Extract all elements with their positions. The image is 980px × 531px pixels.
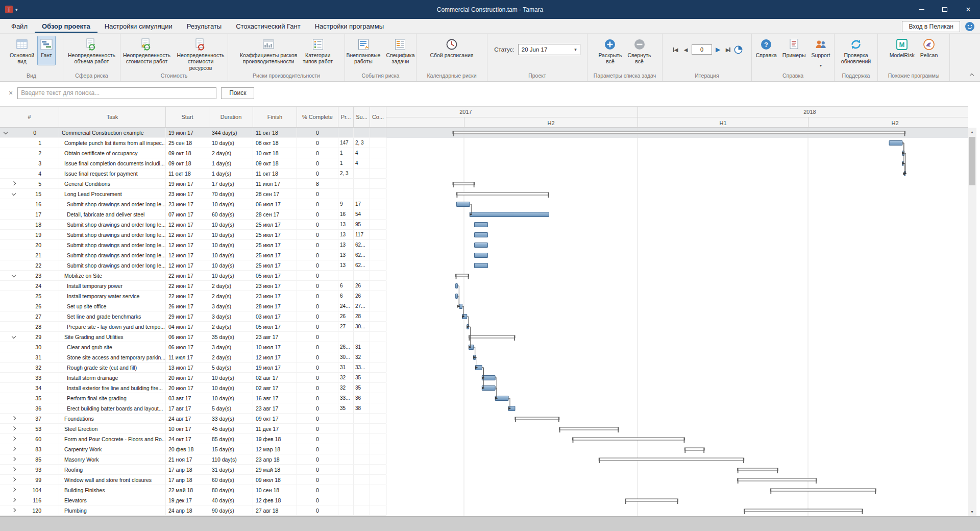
ribbon-item-modelrisk[interactable]: MModelRisk: [887, 36, 917, 65]
ribbon-item-work-categories[interactable]: Категории типов работ: [300, 36, 335, 66]
gantt-summary-bar[interactable]: [515, 417, 559, 422]
gantt-task-bar[interactable]: [475, 263, 488, 268]
table-row-2[interactable]: 2Obtain certificate of occupancy09 окт 1…: [0, 148, 386, 158]
table-row-23[interactable]: 23Mobilize on Site22 июн 1710 day(s)05 и…: [0, 271, 386, 281]
table-row-120[interactable]: 120Plumbing24 апр 1890 day(s)27 авг 180: [0, 505, 386, 516]
chevron-right-icon[interactable]: [12, 467, 16, 471]
gantt-summary-bar[interactable]: [770, 489, 876, 494]
gantt-summary-bar[interactable]: [744, 509, 863, 514]
close-button[interactable]: ×: [957, 0, 980, 19]
table-row-18[interactable]: 18Submit shop drawings and order long le…: [0, 220, 386, 230]
gantt-summary-bar[interactable]: [684, 448, 704, 453]
chevron-down-icon[interactable]: [12, 191, 16, 196]
gantt-task-bar[interactable]: [469, 345, 473, 350]
ribbon-item-expand-all[interactable]: Раскрыть всё: [596, 36, 624, 66]
gantt-summary-bar[interactable]: [469, 335, 514, 341]
table-row-21[interactable]: 21Submit shop drawings and order long le…: [0, 250, 386, 260]
gantt-task-bar[interactable]: [475, 253, 488, 258]
menu-tab-2[interactable]: Настройки симуляции: [97, 19, 180, 33]
table-row-29[interactable]: 29Site Grading and Utilities06 июл 1735 …: [0, 332, 386, 342]
status-date-select[interactable]: 20 Jun 17▾: [518, 44, 580, 55]
column-header-num[interactable]: #: [0, 107, 59, 127]
iteration-input[interactable]: [692, 44, 712, 55]
ribbon-item-resource-cost[interactable]: Неопределенность стоимости ресурсов: [174, 36, 228, 72]
iteration-last-button[interactable]: ▶: [724, 45, 732, 55]
table-row-31[interactable]: 31Stone site access and temporary parkin…: [0, 352, 386, 363]
gantt-task-bar[interactable]: [456, 294, 458, 299]
ribbon-item-collapse-all[interactable]: Свернуть всё: [625, 36, 653, 66]
vertical-scrollbar[interactable]: ▲ ▼: [968, 128, 976, 516]
menu-tab-3[interactable]: Результаты: [180, 19, 229, 33]
pelican-login-button[interactable]: Вход в Пеликан: [902, 21, 960, 32]
table-row-3[interactable]: 3Issue final completion documents includ…: [0, 158, 386, 168]
app-menu[interactable]: T ▾: [0, 6, 18, 13]
ribbon-item-help[interactable]: ?Справка: [753, 36, 779, 65]
gantt-task-bar[interactable]: [456, 202, 470, 207]
scrollbar-thumb[interactable]: [969, 137, 975, 185]
chevron-right-icon[interactable]: [12, 488, 16, 492]
gantt-summary-bar[interactable]: [625, 499, 678, 504]
gantt-task-bar[interactable]: [459, 304, 462, 309]
ribbon-collapse-button[interactable]: [968, 71, 976, 78]
iteration-first-button[interactable]: ◀: [671, 45, 680, 55]
chevron-right-icon[interactable]: [12, 416, 16, 420]
gantt-task-bar[interactable]: [475, 233, 488, 237]
table-row-99[interactable]: 99Window wall and store front closures17…: [0, 475, 386, 485]
chevron-down-icon[interactable]: [4, 130, 8, 134]
gantt-task-bar[interactable]: [508, 406, 515, 411]
chevron-right-icon[interactable]: [12, 426, 16, 430]
scroll-up-icon[interactable]: ▲: [968, 128, 976, 136]
iteration-progress-icon[interactable]: [734, 45, 743, 55]
gantt-summary-bar[interactable]: [599, 458, 744, 463]
gantt-task-bar[interactable]: [462, 315, 467, 319]
ribbon-item-main-view[interactable]: Основной вид: [7, 36, 37, 66]
ribbon-item-cost-uncertainty[interactable]: Неопределенность стоимости работ: [120, 36, 173, 66]
table-row-104[interactable]: 104Building Finishes22 май 1880 day(s)10…: [0, 485, 386, 495]
gantt-task-bar[interactable]: [470, 212, 549, 217]
ribbon-item-scope-uncertainty[interactable]: Неопределенность объема работ: [65, 36, 118, 66]
chevron-right-icon[interactable]: [12, 477, 16, 481]
table-row-22[interactable]: 22Submit shop drawings and order long le…: [0, 260, 386, 271]
table-row-83[interactable]: 83Carpentry Work20 фев 1815 day(s)12 мар…: [0, 444, 386, 454]
table-row-4[interactable]: 4Issue final request for payment11 окт 1…: [0, 168, 386, 179]
table-row-1[interactable]: 1Complete punch list items from all insp…: [0, 138, 386, 148]
gantt-task-bar[interactable]: [475, 366, 482, 370]
gantt-task-bar[interactable]: [902, 161, 903, 166]
table-row-24[interactable]: 24Install temporary power22 июн 172 day(…: [0, 281, 386, 291]
table-row-34[interactable]: 34Install exterior fire line and buildin…: [0, 383, 386, 393]
gantt-summary-bar[interactable]: [573, 438, 685, 443]
table-row-35[interactable]: 35Perform final site grading03 авг 1710 …: [0, 393, 386, 403]
table-row-32[interactable]: 32Rough grade site (cut and fill)13 июл …: [0, 363, 386, 373]
table-row-33[interactable]: 33Install storm drainage20 июл 1710 day(…: [0, 373, 386, 383]
table-row-37[interactable]: 37Foundations24 авг 1733 day(s)09 окт 17…: [0, 414, 386, 424]
chevron-right-icon[interactable]: [12, 447, 16, 451]
gantt-summary-bar[interactable]: [559, 427, 619, 432]
column-header-su[interactable]: Su...: [354, 107, 370, 127]
gantt-summary-bar[interactable]: [738, 468, 778, 473]
gantt-task-bar[interactable]: [889, 141, 902, 146]
maximize-button[interactable]: [933, 0, 957, 19]
table-row-16[interactable]: 16Submit shop drawings and order long le…: [0, 199, 386, 209]
table-row-0[interactable]: 0Commercial Construction example19 июн 1…: [0, 128, 386, 138]
iteration-prev-button[interactable]: ◀: [681, 45, 690, 55]
table-row-15[interactable]: 15Long Lead Procurement23 июн 1770 day(s…: [0, 189, 386, 199]
clear-search-icon[interactable]: ×: [9, 89, 13, 96]
ribbon-item-update-check[interactable]: Проверка обновлений: [839, 36, 873, 66]
menu-tab-4[interactable]: Стохастический Гант: [229, 19, 308, 33]
column-header-task[interactable]: Task: [59, 107, 166, 127]
smiley-icon[interactable]: [965, 21, 975, 32]
chevron-right-icon[interactable]: [12, 508, 16, 512]
table-row-30[interactable]: 30Clear and grub site06 июл 173 day(s)10…: [0, 342, 386, 352]
ribbon-item-examples[interactable]: Примеры: [780, 36, 808, 65]
table-row-26[interactable]: 26Set up site office26 июн 173 day(s)28 …: [0, 301, 386, 311]
table-row-60[interactable]: 60Form and Pour Concrete - Floors and Ro…: [0, 434, 386, 444]
table-row-17[interactable]: 17Detail, fabricate and deliver steel07 …: [0, 209, 386, 220]
chevron-right-icon[interactable]: [12, 437, 16, 441]
gantt-task-bar[interactable]: [475, 243, 488, 248]
table-row-28[interactable]: 28Prepare site - lay down yard and tempo…: [0, 322, 386, 332]
table-row-116[interactable]: 116Elevators19 дек 1740 day(s)12 фев 180: [0, 495, 386, 505]
ribbon-item-task-specific[interactable]: Специфика задачи: [383, 36, 417, 66]
scroll-down-icon[interactable]: ▼: [968, 508, 976, 516]
gantt-summary-bar[interactable]: [453, 182, 474, 187]
table-row-5[interactable]: 5General Conditions19 июн 1717 day(s)11 …: [0, 179, 386, 189]
